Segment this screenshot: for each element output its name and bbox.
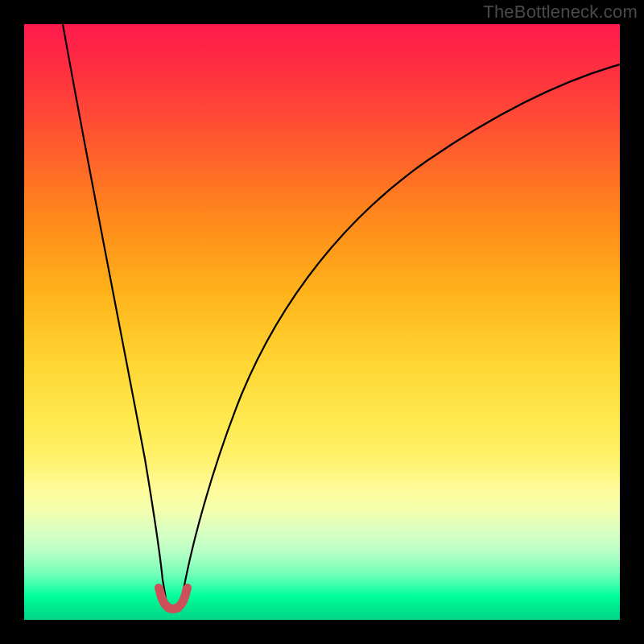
watermark-text: TheBottleneck.com [483,2,638,23]
vertex-marker-dot [184,584,192,592]
curve-left-branch [63,24,166,599]
chart-frame [24,24,620,620]
vertex-marker-dot [155,584,163,592]
curve-layer [24,24,620,620]
curve-right-branch [182,64,620,599]
vertex-marker [159,589,187,609]
